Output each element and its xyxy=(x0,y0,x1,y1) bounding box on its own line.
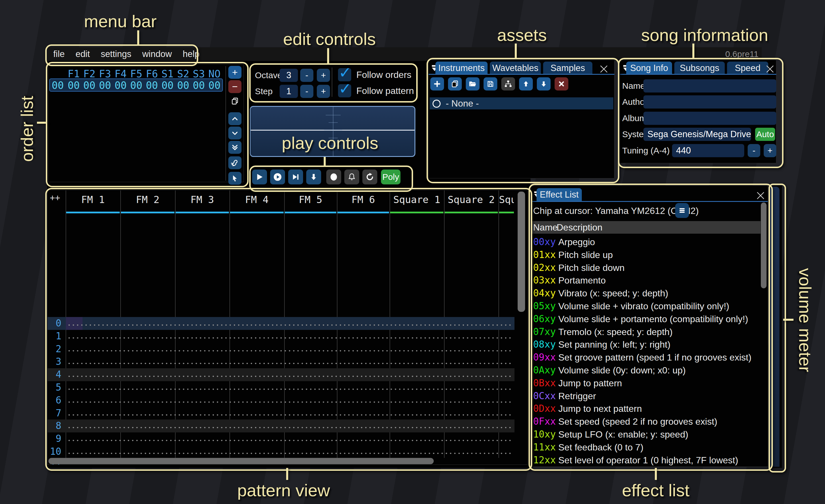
order-row[interactable]: 0000000000000000000000 xyxy=(50,80,222,91)
octave-plus-button[interactable]: + xyxy=(317,69,330,82)
order-column-header[interactable]: F6 xyxy=(144,68,160,80)
follow-pattern-checkbox[interactable]: ✓ xyxy=(338,84,351,97)
pattern-row[interactable]: 5 xyxy=(48,381,515,394)
asset-toggle-folders-button[interactable] xyxy=(501,77,515,90)
pattern-row[interactable]: 6 xyxy=(48,394,515,407)
effect-row[interactable]: 06xyVolume slide + portamento (compatibi… xyxy=(531,313,761,326)
tab-instruments[interactable]: Instruments xyxy=(435,62,487,74)
effect-row[interactable]: 05xyVolume slide + vibrato (compatibilit… xyxy=(531,300,761,313)
order-column-header[interactable]: F5 xyxy=(128,68,144,80)
order-cell[interactable]: 00 xyxy=(113,80,129,91)
tab-song-info[interactable]: Song Info xyxy=(626,62,672,74)
asset-move-up-button[interactable] xyxy=(519,77,533,90)
asset-open-button[interactable] xyxy=(466,77,479,90)
tuning-field[interactable]: 440 xyxy=(672,144,744,157)
effect-row[interactable]: 02xxPitch slide down xyxy=(531,261,761,274)
play-button[interactable] xyxy=(252,170,267,184)
menu-item-help[interactable]: help xyxy=(183,49,200,59)
pattern-row[interactable]: 1 xyxy=(48,330,515,343)
channel-header-fm-1[interactable]: FM 1 xyxy=(66,194,120,205)
auto-button[interactable]: Auto xyxy=(755,128,775,141)
name-field[interactable] xyxy=(644,79,776,92)
effect-row[interactable]: 00xyArpeggio xyxy=(531,236,761,249)
order-column-header[interactable]: F4 xyxy=(113,68,129,80)
tab-subsongs[interactable]: Subsongs xyxy=(674,62,725,74)
order-column-header[interactable]: S1 xyxy=(160,68,175,80)
author-field[interactable] xyxy=(644,95,776,108)
order-cell[interactable]: 00 xyxy=(160,80,175,91)
order-column-header[interactable]: F3 xyxy=(97,68,113,80)
order-cell[interactable]: 00 xyxy=(97,80,113,91)
order-remove-button[interactable]: − xyxy=(228,80,241,93)
channel-header-fm-3[interactable]: FM 3 xyxy=(175,194,229,205)
effect-row[interactable]: 0AxyVolume slide (0y: down; x0: up) xyxy=(531,364,761,377)
channel-header-square-1[interactable]: Square 1 xyxy=(390,194,443,205)
channel-header-fm-4[interactable]: FM 4 xyxy=(230,194,284,205)
step-plus-button[interactable]: + xyxy=(317,85,330,98)
order-cell[interactable]: 00 xyxy=(144,80,160,91)
order-column-header[interactable]: S3 xyxy=(191,68,207,80)
order-deep-clone-button[interactable] xyxy=(228,156,241,169)
pattern-row[interactable]: 9 xyxy=(48,432,515,445)
tab-effect-list[interactable]: Effect List xyxy=(536,188,582,201)
menu-item-settings[interactable]: settings xyxy=(101,49,132,59)
effect-row[interactable]: 09xxSet groove pattern (speed 1 if no gr… xyxy=(531,351,761,364)
pattern-view[interactable]: ++ FM 1FM 2FM 3FM 4FM 5FM 6Square 1Squar… xyxy=(47,190,528,465)
pattern-row[interactable]: 7 xyxy=(48,407,515,420)
tab-wavetables[interactable]: Wavetables xyxy=(490,62,541,74)
pattern-row[interactable]: 0 xyxy=(48,317,515,330)
order-cell[interactable]: 00 xyxy=(66,80,82,91)
pattern-hscrollbar[interactable] xyxy=(49,458,434,464)
effect-row[interactable]: 11xxSet feedback (0 to 7) xyxy=(531,441,761,454)
system-field[interactable]: Sega Genesis/Mega Drive xyxy=(644,128,751,141)
effect-row[interactable]: 0BxxJump to pattern xyxy=(531,377,761,390)
play-one-row-button[interactable] xyxy=(288,170,303,184)
channel-header-fm-5[interactable]: FM 5 xyxy=(285,194,336,205)
channel-header-square-3[interactable]: Square 3 xyxy=(499,194,514,205)
order-column-header[interactable]: F1 xyxy=(66,68,82,80)
order-select-button[interactable] xyxy=(228,172,241,185)
order-cell[interactable]: 00 xyxy=(207,80,222,91)
repeat-pattern-button[interactable] xyxy=(362,170,377,184)
song-info-close-button[interactable] xyxy=(764,63,776,75)
effect-list-close-button[interactable] xyxy=(755,190,766,201)
effect-row[interactable]: 0FxxSet speed (speed 2 if no grooves exi… xyxy=(531,415,761,428)
asset-add-button[interactable] xyxy=(430,77,444,90)
step-minus-button[interactable]: - xyxy=(300,85,313,98)
step-value[interactable]: 1 xyxy=(280,85,298,98)
effect-row[interactable]: 12xxSet level of operator 1 (0 highest, … xyxy=(531,454,761,467)
album-field[interactable] xyxy=(644,112,776,125)
order-cell[interactable]: 00 xyxy=(191,80,207,91)
menu-item-file[interactable]: file xyxy=(53,49,65,59)
order-duplicate-button[interactable] xyxy=(228,94,241,107)
effect-list-menu-button[interactable] xyxy=(675,203,689,218)
channel-header-fm-2[interactable]: FM 2 xyxy=(121,194,174,205)
tuning-plus-button[interactable]: + xyxy=(764,144,776,157)
pattern-row[interactable]: 8 xyxy=(48,420,515,432)
pattern-vscrollbar[interactable] xyxy=(518,191,525,312)
asset-selected-row[interactable]: - None - xyxy=(430,97,613,109)
pattern-corner[interactable]: ++ xyxy=(50,193,60,203)
octave-value[interactable]: 3 xyxy=(280,69,298,82)
order-column-header[interactable]: NO xyxy=(207,68,222,80)
effect-row[interactable]: 04xyVibrato (x: speed; y: depth) xyxy=(531,287,761,300)
order-column-header[interactable]: F2 xyxy=(82,68,97,80)
order-move-up-button[interactable] xyxy=(228,112,241,125)
asset-delete-button[interactable] xyxy=(554,77,568,90)
pattern-row[interactable]: 2 xyxy=(48,343,515,356)
metronome-button[interactable] xyxy=(344,170,359,184)
effect-list-scrollbar[interactable] xyxy=(761,202,766,288)
stop-button[interactable] xyxy=(326,170,341,184)
asset-save-button[interactable] xyxy=(483,77,497,90)
order-move-bottom-button[interactable] xyxy=(228,141,241,154)
effect-row[interactable]: 10xySetup LFO (x: enable; y: speed) xyxy=(531,428,761,441)
step-row-button[interactable] xyxy=(306,170,321,184)
poly-button[interactable]: Poly xyxy=(381,170,400,184)
pattern-row[interactable]: 3 xyxy=(48,355,515,368)
channel-header-fm-6[interactable]: FM 6 xyxy=(338,194,389,205)
octave-minus-button[interactable]: - xyxy=(300,69,313,82)
tuning-minus-button[interactable]: - xyxy=(748,144,760,157)
effect-row[interactable]: 0CxxRetrigger xyxy=(531,390,761,403)
effect-row[interactable]: 03xxPortamento xyxy=(531,274,761,287)
asset-duplicate-button[interactable] xyxy=(448,77,462,90)
